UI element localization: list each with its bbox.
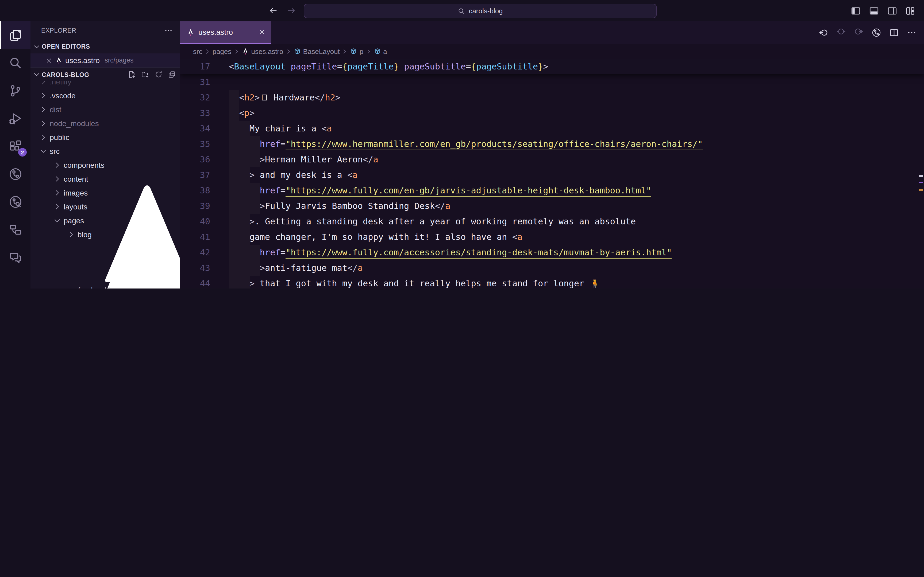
code-line-34: 34 My chair is a <a: [180, 121, 924, 136]
breadcrumb-item[interactable]: p: [350, 47, 363, 55]
editor-back-icon[interactable]: [819, 28, 828, 37]
layout-sidebar-right-icon[interactable]: [887, 6, 897, 16]
search-value: carols-blog: [469, 7, 502, 15]
activity-extensions[interactable]: 2: [0, 132, 31, 160]
activity-explorer[interactable]: [0, 21, 31, 49]
file-tree: .netlify.vscodedistnode_modulespublicsrc…: [31, 81, 180, 288]
tree-item-label: public: [50, 133, 69, 142]
activity-search[interactable]: [0, 49, 31, 77]
more-actions-icon[interactable]: [907, 28, 916, 37]
code-line-36: 36 >Herman Miller Aeron</a: [180, 152, 924, 167]
chevron-right-icon: [53, 161, 61, 169]
code-line-38: 38 href="https://www.fully.com/en-gb/jar…: [180, 183, 924, 198]
activity-gitlens[interactable]: [0, 160, 31, 188]
chevron-right-icon: [39, 81, 48, 86]
breadcrumb-item[interactable]: uses.astro: [242, 47, 283, 55]
breadcrumb-item[interactable]: pages: [213, 47, 231, 55]
explorer-more-actions-icon[interactable]: [164, 26, 173, 35]
code-line-44: 44 > that I got with my desk and it real…: [180, 276, 924, 288]
chevron-right-icon: [204, 48, 211, 55]
explorer-sidebar: EXPLORER OPEN EDITORS uses.astro src/pag…: [31, 21, 180, 288]
new-folder-icon[interactable]: [141, 71, 149, 79]
chevron-right-icon: [39, 119, 48, 128]
tree-item-src[interactable]: src: [31, 144, 180, 158]
open-editor-detail: src/pages: [105, 56, 133, 64]
astro-file-icon: [242, 48, 249, 55]
chevron-right-icon: [39, 91, 48, 100]
code-line-41: 41 game changer, I'm so happy with it! I…: [180, 229, 924, 245]
nav-circle-icon[interactable]: [836, 27, 846, 36]
layout-panel-icon[interactable]: [869, 6, 879, 16]
tree-item-.vscode[interactable]: .vscode: [31, 89, 180, 103]
refresh-icon[interactable]: [155, 71, 163, 79]
title-bar: carols-blog: [0, 0, 924, 21]
open-editor-item[interactable]: uses.astro src/pages: [31, 53, 180, 67]
activity-source-control[interactable]: [0, 77, 31, 105]
code-line-43: 43 >anti-fatigue mat</a: [180, 260, 924, 276]
chevron-right-icon: [39, 105, 48, 114]
activity-comments[interactable]: [0, 243, 31, 271]
search-icon: [457, 7, 465, 15]
code-line-35: 35 href="https://www.hermanmiller.com/en…: [180, 136, 924, 152]
code-line-32: 32 <h2>🖥 Hardware</h2>: [180, 90, 924, 105]
code-line-33: 33 <p>: [180, 105, 924, 121]
symbol-icon: [350, 48, 357, 55]
astro-file-icon: [187, 28, 195, 36]
project-section-header[interactable]: CAROLS-BLOG: [31, 67, 180, 81]
history-forward-icon[interactable]: [287, 6, 296, 16]
gitlens-graph-icon[interactable]: [872, 28, 881, 37]
code-line-39: 39 >Fully Jarvis Bamboo Standing Desk</a: [180, 198, 924, 214]
chevron-right-icon: [53, 203, 61, 211]
tree-item-label: dist: [50, 105, 61, 114]
new-file-icon[interactable]: [128, 71, 136, 79]
chevron-down-icon: [32, 71, 40, 79]
editor-tab-bar: uses.astro: [180, 21, 924, 44]
tree-item-dist[interactable]: dist: [31, 103, 180, 116]
chevron-down-icon: [32, 42, 40, 50]
remote-explorer-icon: [8, 223, 22, 237]
activity-remote-explorer[interactable]: [0, 216, 31, 243]
comments-icon: [8, 251, 22, 264]
open-editors-header[interactable]: OPEN EDITORS: [31, 40, 180, 53]
tree-item-.netlify[interactable]: .netlify: [31, 81, 180, 89]
tree-item-label: .vscode: [50, 91, 76, 100]
chevron-right-icon: [365, 48, 372, 55]
open-editor-name: uses.astro: [65, 56, 100, 64]
code-line-17: 17<BaseLayout pageTitle={pageTitle} page…: [180, 59, 924, 74]
breadcrumb-item[interactable]: a: [373, 47, 387, 55]
split-editor-icon[interactable]: [889, 28, 899, 37]
breadcrumb-item[interactable]: src: [193, 47, 202, 55]
code-editor[interactable]: 17<BaseLayout pageTitle={pageTitle} page…: [180, 59, 924, 288]
layout-sidebar-left-icon[interactable]: [851, 6, 861, 16]
close-icon[interactable]: [45, 57, 52, 64]
vscode-window: carols-blog 221 EXPLORER OPEN EDITORS us…: [0, 0, 924, 288]
activity-run-debug[interactable]: [0, 105, 31, 132]
tree-item-label: src: [50, 147, 60, 155]
command-center-search[interactable]: carols-blog: [304, 4, 657, 18]
search-icon: [8, 56, 22, 70]
tree-item-label: .netlify: [50, 81, 71, 86]
project-label: CAROLS-BLOG: [42, 71, 89, 78]
tree-item-public[interactable]: public: [31, 131, 180, 144]
history-back-icon[interactable]: [268, 6, 278, 16]
chevron-right-icon: [233, 48, 240, 55]
tab-label: uses.astro: [199, 28, 233, 36]
tree-item-node_modules[interactable]: node_modules: [31, 116, 180, 131]
close-tab-icon[interactable]: [258, 28, 266, 36]
editor-forward-icon[interactable]: [854, 27, 864, 36]
source-control-icon: [8, 84, 22, 98]
overview-ruler[interactable]: [918, 59, 924, 288]
breadcrumb: srcpagesuses.astroBaseLayoutpa: [180, 44, 924, 59]
code-line-40: 40 >. Getting a standing desk after a ye…: [180, 214, 924, 229]
layout-custom-icon[interactable]: [905, 6, 916, 16]
activity-gitlens-inspect[interactable]: [0, 188, 31, 216]
code-line-37: 37 > and my desk is a <a: [180, 167, 924, 183]
breadcrumb-item[interactable]: BaseLayout: [294, 47, 340, 55]
activity-bar: 221: [0, 21, 31, 288]
explorer-icon: [8, 28, 22, 42]
tab-uses-astro[interactable]: uses.astro: [180, 21, 271, 44]
tree-item-label: node_modules: [50, 119, 99, 128]
collapse-all-icon[interactable]: [168, 71, 176, 79]
chevron-right-icon: [39, 133, 48, 142]
badge: 2: [18, 148, 27, 156]
